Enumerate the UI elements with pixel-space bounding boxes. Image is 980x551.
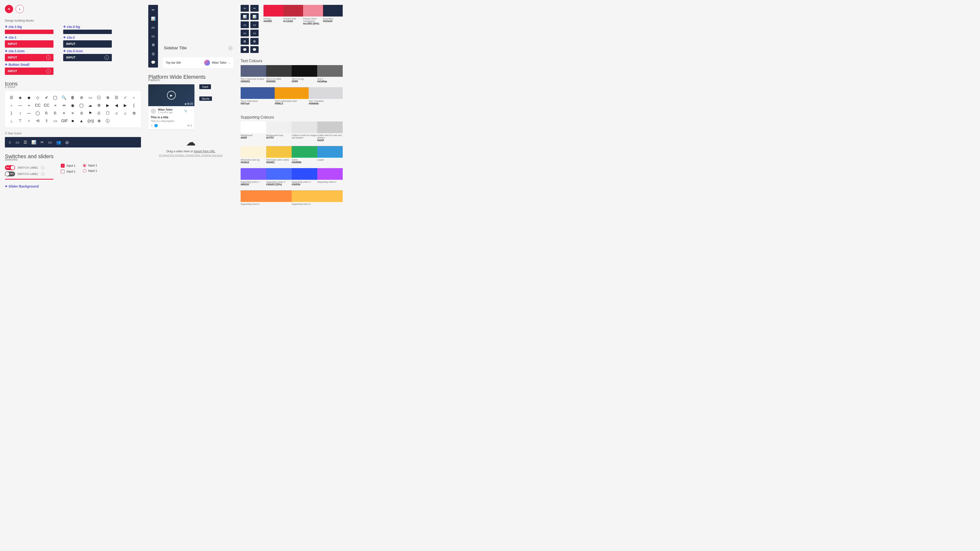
video-card[interactable]: ▶ ■ 00:20 Milan Tailor 2 months ago 📎 [148,84,194,129]
glyph-icon: ⓘ [105,118,110,124]
upload-sources-link[interactable]: Dropbox, Google Drive, OneDrive and more [175,154,223,157]
colour-swatch [266,146,292,158]
vnav-icon[interactable]: 📊 [151,16,156,21]
swatch-name: Text 2 On white [266,78,281,80]
colour-swatch [240,121,266,133]
more-icon[interactable]: ⋯ [189,110,192,113]
nav-icon[interactable]: ✂ [41,140,44,144]
switch-off[interactable]: OFF [5,171,15,176]
vnav-icon[interactable]: ⚙ [152,43,155,47]
swatch-hex: #ffffff [240,137,266,139]
nav-icon[interactable]: ⌂ [9,140,11,144]
checkbox-label-1: Input 1 [67,164,76,167]
checkbox-unchecked[interactable] [61,170,65,173]
mini-nav-icon[interactable]: ▭ [240,21,249,28]
input-chip[interactable]: Input [199,84,211,89]
swatch-hex: #8063ff [240,183,266,186]
info-icon[interactable]: i [41,166,45,169]
support-swatches-3 [240,168,343,180]
colour-swatch [292,65,317,77]
vnav-icon[interactable]: ▭ [151,34,155,38]
vnav-icon[interactable]: ✂ [152,8,155,12]
nav-icon[interactable]: ▭ [48,140,52,144]
add-button[interactable]: + [5,5,13,13]
vnav-icon[interactable]: ◎ [152,51,155,56]
glyph-icon: ◉ [70,103,75,108]
nav-icon[interactable]: 👥 [56,140,61,144]
mini-nav-icon[interactable]: ▭ [240,30,249,37]
nav-icon[interactable]: ☰ [24,140,27,144]
mini-nav-icon[interactable]: ✂ [250,5,259,12]
cta-1-button[interactable]: INPUT [5,40,54,48]
nav-icon[interactable]: 📊 [31,140,36,144]
colour-swatch [292,190,343,202]
mini-nav-icon[interactable]: 💬 [250,46,259,53]
icon-grid: ☰◈◆◇✔◯🔍🗑⊘▭ⓘ⊕☰✓‹›—＋CCCC∝⇔◉◯☁⚙▶◀▶{}↕—◯⎘⎘≡≡… [9,95,137,124]
vnav-icon[interactable]: ▭ [151,25,155,30]
next-button[interactable]: › [16,5,24,13]
glyph-icon: ⎘ [52,111,58,116]
upload-text-a: Drag a video here or [167,150,194,153]
swatch-name: Background [240,134,252,137]
video-duration: ■ 00:20 [185,103,193,105]
vertical-nav: ✂📊▭▭⚙◎💬 [148,5,158,68]
swatch-hex: #507aaf [240,102,275,105]
swatch-name: Supporting colour 4 [317,181,336,183]
switch-on[interactable]: ON [5,165,15,170]
nav-icon[interactable]: ▭ [16,140,19,144]
glyph-icon: ⌂ [123,111,128,116]
mini-nav-icon[interactable]: ⚙ [240,38,249,45]
mini-nav-icon[interactable]: ⚙ [250,38,259,45]
glyph-icon: ⇔ [61,103,67,108]
colour-swatch [323,5,343,16]
colour-swatch [317,121,343,133]
mini-nav-icon[interactable]: ▭ [250,30,259,37]
radio-checked[interactable] [83,164,86,167]
glyph-icon: ＋ [26,103,32,108]
glyph-icon: ⧉ [131,111,137,116]
support-swatches-4 [240,190,343,202]
mini-nav-icon[interactable]: 📊 [250,13,259,20]
swatch-name: Information alert outline [266,159,289,161]
glyph-icon: ≡ [61,111,67,116]
nav-icon[interactable]: ◎ [65,140,69,144]
cta-2-button[interactable]: INPUT [63,40,112,48]
play-icon[interactable]: ▶ [167,91,176,100]
user-dropdown[interactable]: Milan Tailor ⌄ [204,60,231,65]
mini-nav-icon[interactable]: ✂ [240,5,249,12]
glyph-icon: ⊘ [79,95,84,100]
mini-nav-icon[interactable]: 📊 [240,13,249,20]
button-small[interactable]: INPUT› [5,68,54,75]
vnav-icon[interactable]: 💬 [151,60,156,65]
radio-unchecked[interactable] [83,169,86,173]
glyph-icon: ☐ [105,111,110,116]
mini-nav-icon[interactable]: 💬 [240,46,249,53]
primary-swatches [264,5,343,16]
slider-bg-label: Slider Background [5,184,141,188]
slider-track[interactable] [5,179,54,179]
cta-1-icon-button[interactable]: INPUT› [5,54,54,61]
glyph-icon: ◈ [18,95,23,100]
close-icon[interactable]: ✕ [229,46,232,50]
glyph-icon: ▲ [79,118,84,124]
colour-swatch [240,87,275,99]
like-icon[interactable] [154,124,158,127]
blocks-heading: Design building blocks [5,19,141,22]
username: Milan Tailor [212,61,226,64]
info-icon[interactable]: i [41,172,45,176]
mini-nav-icon[interactable]: ▭ [250,21,259,28]
glyph-icon: ▶ [123,103,128,108]
checkbox-checked[interactable]: ✓ [61,164,65,168]
cta-2-icon-button[interactable]: INPUT› [63,54,112,61]
swatch-hex: #dddf [317,139,343,141]
cloud-upload-icon: ☁ [151,137,231,148]
glyph-icon: { [131,103,137,108]
share-icon[interactable]: ⇪ [151,124,153,127]
tag-chip[interactable]: Sports [199,97,212,101]
attach-icon[interactable]: 📎 [184,110,188,113]
camera-icon: ■ [185,103,186,105]
import-url-link[interactable]: import from URL [194,150,215,153]
glyph-icon: ↕ [18,111,23,116]
colour-swatch [309,87,343,99]
glyph-icon: ≡ [70,111,75,116]
